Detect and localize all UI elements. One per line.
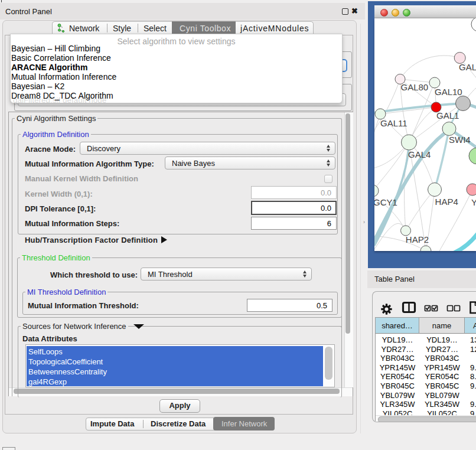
svg-text:GAL10: GAL10 bbox=[435, 87, 462, 97]
svg-text:GCY1: GCY1 bbox=[374, 197, 397, 207]
svg-text:HAP4: HAP4 bbox=[435, 197, 458, 207]
svg-text:GAL2: GAL2 bbox=[459, 62, 476, 72]
svg-text:GAL4: GAL4 bbox=[408, 149, 431, 159]
svg-text:GAL1: GAL1 bbox=[436, 110, 459, 120]
svg-text:GAL11: GAL11 bbox=[380, 118, 407, 128]
svg-text:SWI4: SWI4 bbox=[449, 135, 471, 145]
svg-text:Y: Y bbox=[471, 197, 476, 207]
svg-text:GAL80: GAL80 bbox=[401, 82, 429, 92]
svg-text:HAP2: HAP2 bbox=[406, 234, 429, 244]
